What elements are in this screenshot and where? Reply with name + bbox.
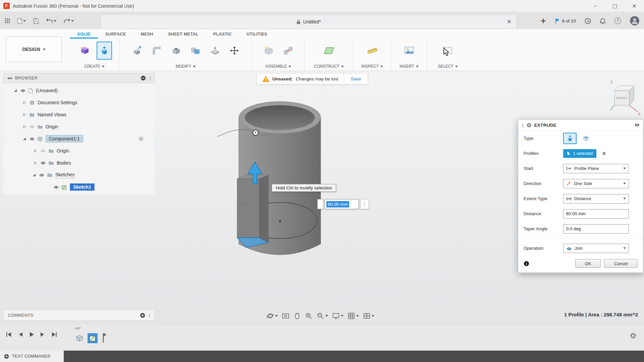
redo-button[interactable]	[62, 17, 75, 25]
activate-component-radio[interactable]	[139, 136, 144, 141]
offset-face-button[interactable]	[207, 42, 223, 60]
timeline-component-feature[interactable]	[74, 333, 85, 343]
browser-item-component1[interactable]: Component1:1	[3, 133, 155, 145]
collapse-browser-icon[interactable]: ◀◀	[7, 76, 12, 80]
visibility-eye-icon[interactable]	[41, 161, 46, 165]
dialog-grip[interactable]: ∥	[522, 123, 524, 128]
start-dropdown[interactable]: Profile Plane	[563, 164, 629, 173]
profiles-selected-button[interactable]: 1 selected	[563, 149, 596, 158]
undo-button[interactable]	[45, 17, 58, 25]
group-insert-menu[interactable]: INSERT	[391, 62, 427, 70]
browser-item-origin[interactable]: Origin	[3, 121, 155, 133]
step-forward-button[interactable]	[40, 331, 45, 338]
tab-sheet-metal[interactable]: SHEET METAL	[161, 30, 206, 39]
insert-button[interactable]	[401, 42, 417, 60]
direction-dropdown[interactable]: One Side	[563, 179, 629, 188]
cancel-button[interactable]: Cancel	[604, 259, 638, 268]
step-back-button[interactable]	[18, 331, 23, 338]
view-cube[interactable]: FRONT Z X	[608, 79, 642, 116]
app-grid-icon[interactable]	[3, 17, 11, 25]
orbit-button[interactable]	[265, 311, 279, 321]
visibility-eye-off-icon[interactable]	[41, 149, 46, 153]
group-inspect-menu[interactable]: INSPECT	[354, 62, 391, 70]
look-at-button[interactable]	[280, 311, 291, 321]
close-button[interactable]: ×	[625, 0, 644, 12]
extrude-dialog-titlebar[interactable]: ∥ EXTRUDE	[518, 120, 643, 131]
minimize-button[interactable]: –	[586, 0, 605, 12]
zoom-button[interactable]	[304, 311, 314, 321]
notifications-button[interactable]	[600, 18, 606, 24]
browser-item-document-settings[interactable]: Document Settings	[3, 97, 155, 109]
file-menu-button[interactable]	[16, 17, 27, 25]
comments-bar[interactable]: COMMENTS ∥	[3, 310, 155, 321]
play-button[interactable]	[29, 331, 34, 338]
press-pull-button[interactable]	[129, 42, 145, 60]
group-modify-menu[interactable]: MODIFY	[119, 62, 252, 70]
job-status-button[interactable]	[585, 18, 591, 24]
expand-closed-icon[interactable]	[22, 113, 26, 116]
new-tab-button[interactable]: +	[540, 17, 546, 25]
visibility-eye-icon[interactable]	[39, 173, 44, 177]
combine-button[interactable]	[188, 42, 203, 60]
text-commands-tab[interactable]: TEXT COMMANDS	[0, 351, 64, 362]
dialog-expand-icon[interactable]	[635, 123, 640, 127]
joint-button[interactable]	[280, 42, 296, 60]
expand-closed-icon[interactable]	[22, 125, 26, 128]
browser-item-named-views[interactable]: Named Views	[3, 109, 155, 121]
browser-item-bodies[interactable]: Bodies	[3, 157, 155, 169]
expand-open-icon[interactable]	[32, 173, 36, 177]
expand-open-icon[interactable]	[22, 137, 26, 140]
zoom-window-button[interactable]	[315, 311, 329, 321]
viewports-button[interactable]	[362, 311, 376, 321]
dimension-input-handle[interactable]: ⋮	[360, 199, 369, 209]
fillet-button[interactable]	[149, 42, 164, 60]
tab-solid[interactable]: SOLID	[70, 30, 98, 39]
browser-item-sketch1[interactable]: Sketch1	[3, 181, 155, 193]
user-avatar[interactable]	[630, 16, 639, 25]
operation-dropdown[interactable]: Join	[563, 244, 629, 253]
help-button[interactable]: ?	[614, 17, 621, 24]
text-commands-console[interactable]	[64, 351, 644, 362]
group-select-menu[interactable]: SELECT	[427, 62, 468, 70]
close-tab-button[interactable]: ×	[507, 18, 512, 25]
type-extrude-button[interactable]	[563, 133, 577, 144]
visibility-eye-icon[interactable]	[54, 185, 59, 189]
comments-grip[interactable]: ∥	[149, 313, 151, 318]
document-tab[interactable]: Untitled*	[297, 19, 321, 24]
construct-plane-button[interactable]	[321, 42, 337, 60]
tab-utilities[interactable]: UTILITIES	[239, 30, 275, 39]
move-copy-button[interactable]	[227, 42, 242, 60]
usage-badge[interactable]: 6 of 10	[555, 18, 576, 24]
clear-selection-icon[interactable]: ×	[602, 150, 606, 157]
add-comment-icon[interactable]	[140, 313, 145, 318]
distance-input[interactable]	[563, 209, 629, 219]
text-commands-expand-icon[interactable]	[4, 354, 9, 359]
dimension-input-grip[interactable]	[317, 199, 323, 209]
visibility-eye-icon[interactable]	[20, 89, 25, 93]
extent-type-dropdown[interactable]: Distance	[563, 194, 629, 203]
shell-button[interactable]	[168, 42, 184, 60]
info-icon[interactable]	[524, 261, 529, 266]
expand-open-icon[interactable]	[13, 89, 17, 92]
group-create-menu[interactable]: CREATE	[70, 62, 119, 70]
ok-button[interactable]: OK	[575, 259, 601, 268]
pan-button[interactable]	[292, 311, 302, 321]
workspace-selector[interactable]: DESIGN	[6, 37, 62, 62]
display-settings-button[interactable]	[331, 311, 345, 321]
create-form-button[interactable]	[77, 42, 93, 60]
browser-display-toggle[interactable]	[141, 75, 146, 81]
group-construct-menu[interactable]: CONSTRUCT	[305, 62, 353, 70]
maximize-button[interactable]: □	[605, 0, 625, 12]
browser-item-root[interactable]: (Unsaved)	[3, 84, 155, 97]
expand-closed-icon[interactable]	[22, 101, 26, 104]
timeline-settings-gear-icon[interactable]	[630, 332, 637, 339]
timeline-sketch1-feature[interactable]	[88, 333, 98, 343]
expand-closed-icon[interactable]	[34, 161, 38, 165]
save-button[interactable]	[32, 17, 40, 25]
tab-plastic[interactable]: PLASTIC	[206, 30, 239, 39]
visibility-eye-icon[interactable]	[30, 137, 35, 141]
go-to-start-button[interactable]	[5, 331, 12, 338]
browser-item-component-origin[interactable]: Origin	[3, 145, 155, 157]
group-assemble-menu[interactable]: ASSEMBLE	[252, 62, 304, 70]
go-to-end-button[interactable]	[51, 331, 58, 338]
